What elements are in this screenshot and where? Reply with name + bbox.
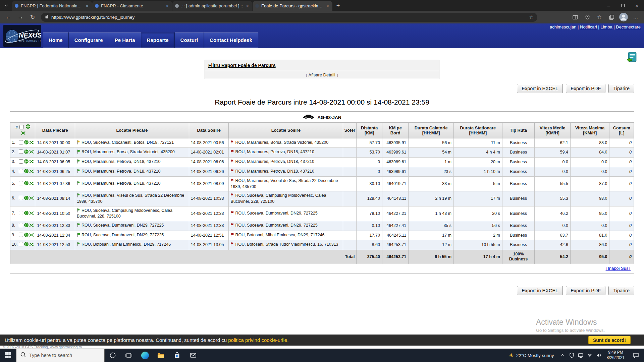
store-icon[interactable] — [169, 349, 185, 362]
show-on-map-icon[interactable] — [24, 223, 29, 229]
show-all-on-map-icon[interactable] — [26, 124, 30, 130]
show-on-map-icon[interactable] — [24, 233, 29, 239]
row-checkbox[interactable] — [19, 181, 23, 185]
back-button[interactable]: ← — [3, 14, 14, 20]
task-view-icon[interactable] — [121, 349, 137, 362]
refresh-button[interactable]: ↻ — [27, 14, 38, 21]
show-on-map-icon[interactable] — [24, 149, 29, 156]
user-link-deconectare[interactable]: Deconectare — [616, 24, 641, 29]
row-checkbox[interactable] — [19, 211, 23, 215]
driver — [343, 231, 357, 240]
start-button[interactable] — [0, 349, 16, 362]
export-excel-button[interactable]: Export in EXCEL — [517, 286, 563, 295]
address-bar[interactable]: https://www.gpstracking.ro/ro/rep_journe… — [41, 13, 537, 22]
file-explorer-icon[interactable] — [153, 349, 169, 362]
nav-item-configurare[interactable]: Configurare — [69, 33, 109, 48]
route-icon[interactable] — [29, 150, 34, 156]
user-link-limba[interactable]: Limba — [600, 24, 612, 29]
row-checkbox[interactable] — [19, 140, 23, 144]
print-button[interactable]: Tiparire — [608, 84, 634, 93]
row-checkbox[interactable] — [19, 159, 23, 164]
route-icon[interactable] — [29, 140, 34, 146]
select-all-checkbox[interactable] — [19, 125, 24, 129]
route-icon[interactable] — [29, 223, 34, 229]
new-tab-button[interactable]: + — [333, 1, 343, 11]
travel-duration: 2 h 19 m — [409, 191, 454, 206]
route-icon[interactable] — [29, 233, 34, 239]
browser-essentials-icon[interactable] — [582, 11, 593, 23]
row-checkbox[interactable] — [19, 242, 23, 246]
taskbar-weather[interactable]: ☀ 22°C Mostly sunny — [505, 349, 558, 362]
browser-tab[interactable]: FNCPR | Federatia Nationala a C× — [12, 1, 92, 11]
nav-item-costuri[interactable]: Costuri — [175, 33, 204, 48]
nav-item-pe-harta[interactable]: Pe Harta — [109, 33, 141, 48]
export-excel-button[interactable]: Export in EXCEL — [517, 84, 563, 93]
nav-item-home[interactable]: Home — [43, 33, 69, 48]
table-row: 7. 14-08-2021 10:50 ROU, Suceava, Câmpul… — [10, 206, 634, 221]
total-distance: 375.40 — [357, 250, 382, 264]
tray-expand-icon[interactable] — [558, 349, 567, 362]
profile-avatar[interactable] — [619, 13, 628, 21]
row-checkbox[interactable] — [19, 196, 23, 200]
forward-button[interactable]: → — [15, 14, 26, 20]
nav-item-rapoarte[interactable]: Rapoarte — [141, 33, 175, 48]
browser-menu-icon[interactable]: … — [630, 11, 641, 23]
taskbar-clock[interactable]: 9:49 PM 8/26/2021 — [603, 350, 628, 360]
show-on-map-icon[interactable] — [24, 242, 29, 248]
route-all-icon[interactable] — [21, 131, 25, 136]
arrival-time: 14-08-2021 13:05 — [189, 240, 229, 250]
tab-actions-icon[interactable] — [0, 0, 12, 11]
user-link-notificari[interactable]: Notificari — [580, 24, 597, 29]
collections-icon[interactable] — [606, 11, 617, 23]
route-icon[interactable] — [29, 196, 34, 202]
route-icon[interactable] — [29, 242, 34, 248]
print-button[interactable]: Tiparire — [608, 286, 634, 295]
row-checkbox[interactable] — [19, 169, 23, 173]
route-icon[interactable] — [29, 160, 34, 165]
export-pdf-button[interactable]: Export in PDF — [566, 84, 605, 93]
route-icon[interactable] — [29, 211, 34, 217]
cookie-policy-link[interactable]: politica privind cookie-urile. — [228, 337, 288, 343]
favorites-icon[interactable]: ☆ — [594, 11, 605, 23]
taskbar-search[interactable]: Type here to search — [16, 349, 105, 362]
row-checkbox[interactable] — [19, 149, 23, 154]
tab-close-icon[interactable]: × — [85, 3, 89, 9]
show-on-map-icon[interactable] — [24, 181, 29, 187]
split-screen-icon[interactable] — [570, 11, 581, 23]
row-checkbox[interactable] — [19, 223, 23, 227]
mail-icon[interactable] — [185, 349, 201, 362]
tray-volume-icon[interactable] — [594, 349, 603, 362]
show-on-map-icon[interactable] — [24, 159, 29, 165]
cortana-icon[interactable] — [105, 349, 121, 362]
show-on-map-icon[interactable] — [24, 211, 29, 217]
tray-network-icon[interactable] — [585, 349, 594, 362]
tab-close-icon[interactable]: × — [165, 3, 169, 9]
site-info-lock-icon[interactable] — [45, 14, 49, 20]
cookie-accept-button[interactable]: Sunt de acord! — [588, 336, 631, 344]
tray-shield-icon[interactable] — [567, 349, 576, 362]
show-details-toggle[interactable]: ↓ Afisare Detalii ↓ — [205, 71, 439, 79]
maximize-button[interactable] — [616, 0, 630, 11]
export-pdf-button[interactable]: Export in PDF — [566, 286, 605, 295]
minimize-button[interactable]: – — [602, 0, 616, 11]
show-on-map-icon[interactable] — [24, 169, 29, 175]
back-to-top-link[interactable]: ↑Inapoi Sus↑ — [10, 264, 634, 274]
tab-close-icon[interactable]: × — [326, 3, 330, 9]
close-window-button[interactable]: × — [630, 0, 644, 11]
nav-item-contact-helpdesk[interactable]: Contact Helpdesk — [204, 33, 258, 48]
show-on-map-icon[interactable] — [24, 196, 29, 202]
add-favorite-icon[interactable]: ☆ — [529, 14, 533, 20]
browser-tab[interactable]: FNCPR - Clasamente× — [92, 1, 172, 11]
tray-display-icon[interactable] — [576, 349, 585, 362]
tab-close-icon[interactable]: × — [246, 3, 250, 9]
site-logo[interactable]: NEXUS GPS VEHICLE TRACKING — [3, 25, 41, 48]
edge-taskbar-icon[interactable] — [137, 349, 153, 362]
route-icon[interactable] — [29, 181, 34, 187]
action-center-icon[interactable] — [628, 349, 644, 362]
row-checkbox[interactable] — [19, 233, 23, 237]
show-on-map-icon[interactable] — [24, 140, 29, 146]
report-panel-icon[interactable] — [627, 52, 637, 64]
browser-tab[interactable]: Foaie de Parcurs - gpstracking.ro× — [253, 1, 332, 11]
browser-tab[interactable]: .:: [ admin aplicatie porumbei ] ::× — [172, 1, 252, 11]
route-icon[interactable] — [29, 169, 34, 175]
